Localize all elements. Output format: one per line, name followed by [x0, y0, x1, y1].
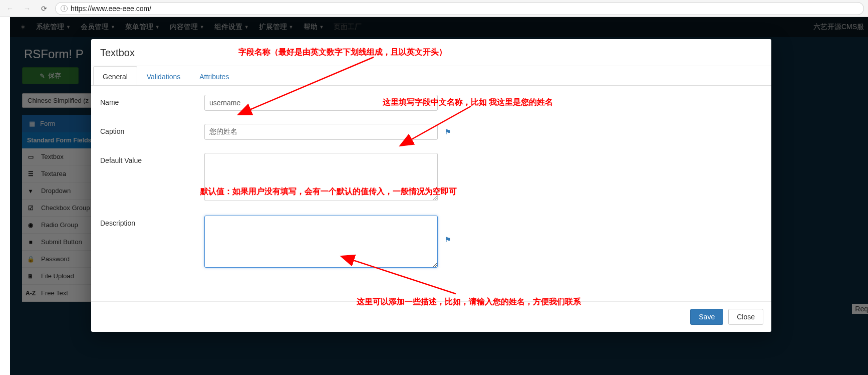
url-input[interactable]	[71, 5, 858, 13]
site-info-icon: i	[61, 5, 68, 12]
label-default-value: Default Value	[100, 153, 204, 164]
modal-header: Textbox	[91, 39, 771, 66]
browser-toolbar: ← → ⟳ i	[0, 0, 868, 17]
field-row-description: Description ⚑	[100, 216, 762, 269]
modal-save-button[interactable]: Save	[690, 309, 723, 325]
caption-input[interactable]	[204, 124, 438, 140]
reload-button[interactable]: ⟳	[38, 3, 50, 15]
label-name: Name	[100, 95, 204, 106]
flag-icon[interactable]: ⚑	[445, 236, 451, 244]
description-input[interactable]	[204, 216, 438, 268]
label-caption: Caption	[100, 124, 204, 135]
tab-validations[interactable]: Validations	[137, 66, 190, 86]
modal-body: Name Caption ⚑ Default Value Description…	[91, 86, 771, 301]
field-row-caption: Caption ⚑	[100, 124, 762, 140]
textbox-config-modal: Textbox General Validations Attributes N…	[91, 39, 771, 332]
address-bar[interactable]: i	[55, 2, 864, 15]
field-row-default: Default Value	[100, 153, 762, 203]
tab-general[interactable]: General	[93, 66, 137, 86]
forward-button[interactable]: →	[21, 3, 33, 15]
modal-title: Textbox	[100, 47, 762, 59]
flag-icon[interactable]: ⚑	[445, 128, 451, 136]
tab-attributes[interactable]: Attributes	[190, 66, 238, 86]
name-input[interactable]	[204, 95, 438, 111]
modal-footer: Save Close	[91, 301, 771, 332]
field-row-name: Name	[100, 95, 762, 111]
default-value-input[interactable]	[204, 153, 438, 201]
modal-tabs: General Validations Attributes	[91, 66, 771, 86]
label-description: Description	[100, 216, 204, 227]
modal-close-button[interactable]: Close	[728, 309, 763, 325]
back-button[interactable]: ←	[4, 3, 16, 15]
